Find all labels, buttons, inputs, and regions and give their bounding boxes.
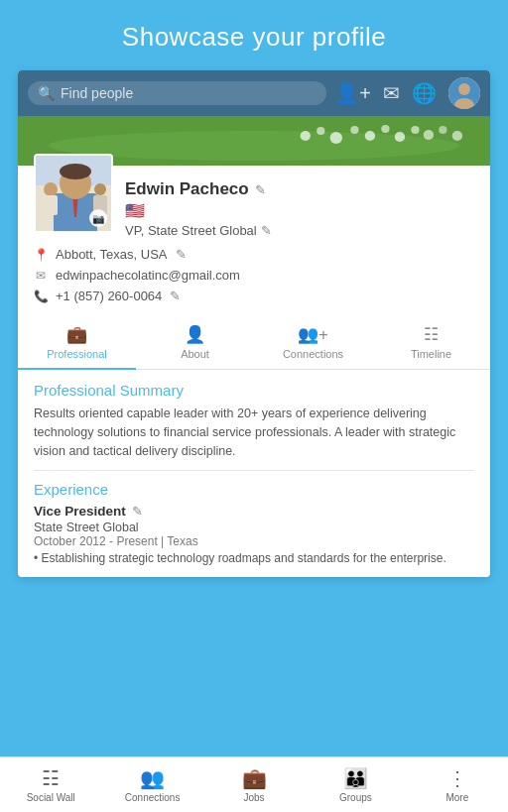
svg-point-1 xyxy=(458,83,470,95)
nav-connections-label: Connections xyxy=(125,792,181,803)
social-wall-icon: ☷ xyxy=(42,766,60,790)
nav-connections[interactable]: 👥 Connections xyxy=(101,757,202,812)
svg-point-9 xyxy=(365,131,375,141)
email-row: ✉ edwinpachecolatinc@gmail.com xyxy=(34,265,474,286)
profile-name: Edwin Pacheco xyxy=(125,179,249,199)
person-icon: 👤 xyxy=(185,324,205,345)
svg-point-13 xyxy=(424,130,434,140)
experience-section: Experience Vice President ✎ State Street… xyxy=(34,481,474,565)
job-title-row: Vice President ✎ xyxy=(34,504,474,519)
location-text: Abbott, Texas, USA xyxy=(56,247,168,262)
profile-name-row: Edwin Pacheco ✎ xyxy=(125,179,474,199)
tab-about[interactable]: 👤 About xyxy=(136,316,254,369)
user-avatar[interactable] xyxy=(448,77,480,109)
svg-point-24 xyxy=(94,183,106,195)
search-input[interactable] xyxy=(61,85,317,101)
timeline-icon: ☷ xyxy=(424,324,439,345)
nav-groups-label: Groups xyxy=(339,792,372,803)
more-nav-icon: ⋮ xyxy=(447,766,467,790)
nav-groups[interactable]: 👪 Groups xyxy=(305,757,406,812)
job-company: State Street Global xyxy=(34,521,474,534)
tab-professional-label: Professional xyxy=(47,348,107,360)
message-icon[interactable]: ✉ xyxy=(383,81,400,105)
search-input-wrapper[interactable]: 🔍 xyxy=(28,81,326,105)
svg-point-10 xyxy=(381,125,389,133)
edit-name-icon[interactable]: ✎ xyxy=(255,182,266,197)
professional-summary-section: ✎ Professional Summary Results oriented … xyxy=(34,382,474,460)
search-bar: 🔍 👤+ ✉ 🌐 xyxy=(18,70,490,116)
groups-nav-icon: 👪 xyxy=(343,766,368,790)
section-divider xyxy=(34,470,474,471)
edit-title-icon[interactable]: ✎ xyxy=(261,223,272,238)
svg-rect-23 xyxy=(44,195,58,215)
people-icon: 👥+ xyxy=(298,324,328,345)
svg-point-14 xyxy=(439,126,446,134)
globe-icon[interactable]: 🌐 xyxy=(412,81,437,105)
briefcase-icon: 💼 xyxy=(66,324,87,345)
phone-icon: 📞 xyxy=(34,290,48,303)
nav-jobs-label: Jobs xyxy=(243,792,264,803)
tab-connections-label: Connections xyxy=(283,348,343,360)
svg-point-12 xyxy=(411,126,419,134)
app-background: Showcase your profile 🔍 👤+ ✉ 🌐 xyxy=(0,0,508,577)
svg-point-21 xyxy=(60,164,91,179)
tab-connections[interactable]: 👥+ Connections xyxy=(254,316,372,369)
jobs-nav-icon: 💼 xyxy=(242,766,267,790)
edit-experience-icon[interactable]: ✎ xyxy=(132,504,143,519)
nav-more-label: More xyxy=(445,792,468,803)
tab-timeline[interactable]: ☷ Timeline xyxy=(372,316,490,369)
search-action-icons: 👤+ ✉ 🌐 xyxy=(334,77,480,109)
svg-point-7 xyxy=(330,132,342,144)
nav-social-wall-label: Social Wall xyxy=(27,792,75,803)
svg-point-5 xyxy=(301,131,311,141)
nav-social-wall[interactable]: ☷ Social Wall xyxy=(0,757,101,812)
country-flag: 🇺🇸 xyxy=(125,202,145,219)
profile-section: 📷 Edwin Pacheco ✎ 🇺🇸 VP, State Street Gl… xyxy=(18,166,490,238)
tab-about-label: About xyxy=(181,348,209,360)
summary-text: Results oriented capable leader with 20+… xyxy=(34,405,474,460)
summary-section-title: Professional Summary xyxy=(34,382,474,399)
job-dates: October 2012 - Present | Texas xyxy=(34,534,474,548)
edit-phone-icon[interactable]: ✎ xyxy=(170,289,181,303)
email-icon: ✉ xyxy=(34,269,48,283)
connections-nav-icon: 👥 xyxy=(140,766,165,790)
bottom-nav: ☷ Social Wall 👥 Connections 💼 Jobs 👪 Gro… xyxy=(0,756,508,812)
camera-icon[interactable]: 📷 xyxy=(89,209,107,227)
tab-timeline-label: Timeline xyxy=(411,348,451,360)
search-icon: 🔍 xyxy=(38,85,55,101)
svg-point-22 xyxy=(44,182,58,196)
profile-card: 🔍 👤+ ✉ 🌐 xyxy=(18,70,490,577)
nav-more[interactable]: ⋮ More xyxy=(407,757,508,812)
profile-title-text: VP, State Street Global xyxy=(125,223,257,238)
svg-point-8 xyxy=(350,126,358,134)
profile-flag-row: 🇺🇸 xyxy=(125,201,474,220)
location-row: 📍 Abbott, Texas, USA ✎ xyxy=(34,244,474,265)
profile-right: Edwin Pacheco ✎ 🇺🇸 VP, State Street Glob… xyxy=(125,174,474,238)
edit-location-icon[interactable]: ✎ xyxy=(176,247,187,262)
profile-photo[interactable]: 📷 xyxy=(34,154,113,233)
job-bullet: • Establishing strategic technology road… xyxy=(34,551,474,565)
experience-section-title: Experience xyxy=(34,481,474,498)
svg-point-15 xyxy=(452,131,462,141)
svg-point-6 xyxy=(317,127,324,135)
phone-text: +1 (857) 260-0064 xyxy=(56,289,162,303)
app-header: Showcase your profile xyxy=(0,0,508,70)
email-text: edwinpachecolatinc@gmail.com xyxy=(56,268,240,283)
tab-professional[interactable]: 💼 Professional xyxy=(18,316,136,370)
content-area: ✎ Professional Summary Results oriented … xyxy=(18,370,490,577)
nav-jobs[interactable]: 💼 Jobs xyxy=(203,757,305,812)
svg-point-11 xyxy=(395,132,405,142)
job-title: Vice President xyxy=(34,504,126,519)
profile-title: VP, State Street Global ✎ xyxy=(125,223,474,238)
profile-tabs: 💼 Professional 👤 About 👥+ Connections ☷ … xyxy=(18,316,490,370)
phone-row: 📞 +1 (857) 260-0064 ✎ xyxy=(34,286,474,306)
people-connect-icon[interactable]: 👤+ xyxy=(334,81,371,105)
location-icon: 📍 xyxy=(34,248,48,262)
profile-details: 📍 Abbott, Texas, USA ✎ ✉ edwinpachecolat… xyxy=(18,238,490,306)
app-tagline: Showcase your profile xyxy=(20,22,488,53)
